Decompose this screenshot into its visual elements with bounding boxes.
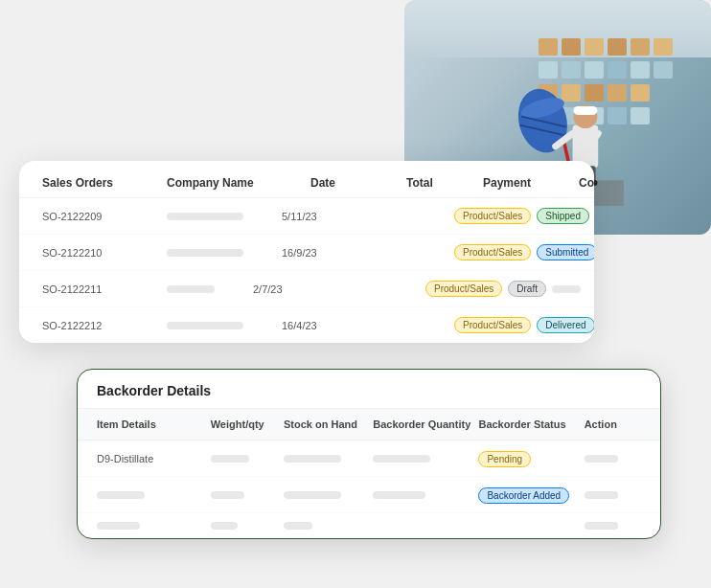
company-bar xyxy=(167,213,243,220)
row-tags: Product/Sales Delivered xyxy=(454,317,594,333)
item-name xyxy=(97,522,211,530)
table-row: SO-2122211 2/7/23 Product/Sales Draft xyxy=(19,271,594,307)
col-header-sales-orders: Sales Orders xyxy=(42,176,128,190)
bcol-backorder-status: Backorder Status xyxy=(478,418,584,430)
row-tags: Product/Sales Shipped xyxy=(454,208,594,224)
row-tags: Product/Sales Submitted xyxy=(454,244,594,260)
col-header-date: Date xyxy=(310,176,368,190)
col-header-payment: Payment xyxy=(483,176,540,190)
bqty-bar xyxy=(373,455,430,463)
stock-bar xyxy=(284,491,341,499)
stock-bar xyxy=(284,455,341,463)
row-tags: Product/Sales Draft xyxy=(425,281,581,297)
table-row: SO-2122209 5/11/23 Product/Sales Shipped xyxy=(19,198,594,235)
item-name: D9-Distillate xyxy=(97,453,211,464)
item-name xyxy=(97,491,211,499)
date-text: 16/4/23 xyxy=(282,320,339,331)
tag-product-sales: Product/Sales xyxy=(454,208,531,224)
bcol-weight-qty: Weight/qty xyxy=(211,418,284,430)
sales-orders-card: Sales Orders Company Name Date Total Pay… xyxy=(19,161,594,343)
so-number: SO-2122209 xyxy=(42,211,128,222)
extra-bar xyxy=(552,285,581,293)
tag-pending: Pending xyxy=(478,451,531,467)
bcol-stock-on-hand: Stock on Hand xyxy=(284,418,373,430)
action-bar xyxy=(585,491,618,499)
tag-submitted: Submitted xyxy=(537,244,594,260)
weight-bar xyxy=(211,455,249,463)
tag-product-sales: Product/Sales xyxy=(454,244,531,260)
date-text: 16/9/23 xyxy=(282,247,339,259)
date-text: 2/7/23 xyxy=(253,283,310,295)
tag-draft: Draft xyxy=(508,281,546,297)
action-bar xyxy=(585,522,618,530)
table-row: D9-Distillate Pending xyxy=(78,441,660,477)
tag-shipped: Shipped xyxy=(537,208,589,224)
col-header-company-name: Company Name xyxy=(167,176,272,190)
tag-product-sales: Product/Sales xyxy=(425,281,502,297)
company-bar xyxy=(167,322,243,329)
weight-bar xyxy=(211,491,244,499)
bqty-bar xyxy=(373,491,425,499)
tag-product-sales: Product/Sales xyxy=(454,317,531,333)
col-header-contract: Contra... xyxy=(579,176,594,190)
table-row: SO-2122210 16/9/23 Product/Sales Submitt… xyxy=(19,235,594,271)
tag-backorder-added: Backorder Added xyxy=(478,487,569,504)
so-number: SO-2122212 xyxy=(42,320,128,331)
so-number: SO-2122210 xyxy=(42,247,128,259)
item-bar xyxy=(97,522,140,530)
table-row xyxy=(78,513,660,538)
svg-rect-11 xyxy=(573,106,597,115)
company-bar xyxy=(167,249,243,257)
bcol-item-details: Item Details xyxy=(97,418,211,430)
table-row: SO-2122212 16/4/23 Product/Sales Deliver… xyxy=(19,307,594,343)
sales-card-header: Sales Orders Company Name Date Total Pay… xyxy=(19,161,594,198)
bcol-backorder-qty: Backorder Quantity xyxy=(373,418,478,430)
company-bar xyxy=(167,285,215,293)
backorder-card: Backorder Details Item Details Weight/qt… xyxy=(77,369,661,539)
item-bar xyxy=(97,491,145,499)
backorder-header: Item Details Weight/qty Stock on Hand Ba… xyxy=(78,409,660,441)
date-text: 5/11/23 xyxy=(282,211,339,222)
col-header-total: Total xyxy=(406,176,445,190)
stock-bar xyxy=(284,522,312,530)
action-bar xyxy=(585,455,618,463)
bcol-action: Action xyxy=(585,418,641,430)
table-row: Backorder Added xyxy=(78,477,660,513)
tag-delivered: Delivered xyxy=(537,317,594,333)
backorder-title: Backorder Details xyxy=(78,370,660,409)
so-number: SO-2122211 xyxy=(42,283,128,295)
weight-bar xyxy=(211,522,238,530)
